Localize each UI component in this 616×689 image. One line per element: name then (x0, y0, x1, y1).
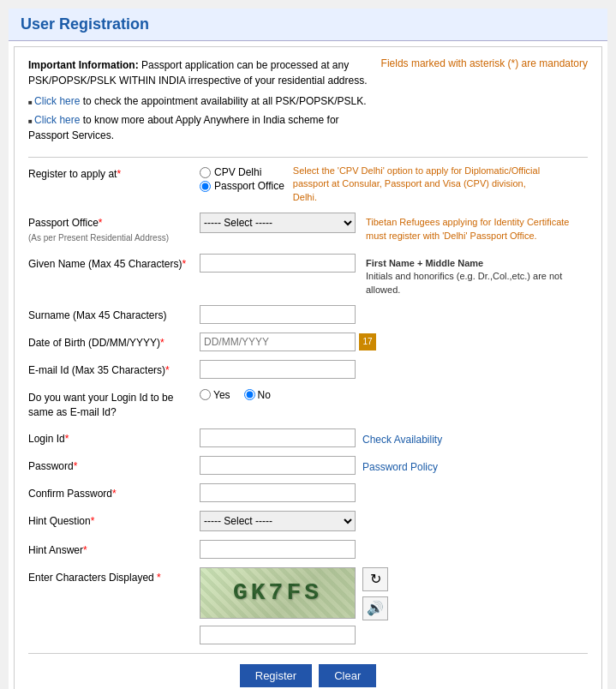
login-id-label: Login Id (28, 433, 65, 445)
captcha-controls: ↻ 🔊 (362, 567, 388, 620)
surname-row: Surname (Max 45 Characters) (28, 305, 588, 324)
surname-input[interactable] (200, 305, 356, 324)
hint-question-label: Hint Question (28, 515, 91, 527)
captcha-image: GK7FS (200, 567, 356, 619)
hint-answer-input[interactable] (200, 540, 356, 559)
password-policy-link[interactable]: Password Policy (362, 458, 438, 473)
passport-office-hint: Tibetan Refugees applying for Identity C… (359, 213, 588, 243)
passport-office-row: Passport Office* (As per Present Residen… (28, 213, 588, 245)
login-id-row: Login Id* Check Availability (28, 428, 588, 447)
email-row: E-mail Id (Max 35 Characters)* (28, 360, 588, 379)
dob-input[interactable] (200, 333, 356, 351)
surname-label: Surname (Max 45 Characters) (28, 309, 166, 321)
same-email-row: Do you want your Login Id to be same as … (28, 387, 588, 420)
email-label: E-mail Id (Max 35 Characters) (28, 364, 165, 376)
register-apply-hint: Select the 'CPV Delhi' option to apply f… (293, 165, 541, 204)
captcha-section: GK7FS ↻ 🔊 (200, 567, 388, 620)
info-section: Important Information: Passport applicat… (28, 57, 588, 148)
passport-office-sublabel: (As per Present Residential Address) (28, 233, 169, 243)
password-input[interactable] (200, 456, 356, 475)
login-id-group: Check Availability (200, 428, 442, 447)
button-row: Register Clear (28, 653, 588, 689)
register-apply-row: Register to apply at* CPV Delhi Passport… (28, 165, 588, 204)
hint-question-select[interactable]: ----- Select ----- (200, 511, 356, 531)
email-input[interactable] (200, 360, 356, 379)
mandatory-note: Fields marked with asterisk (*) are mand… (381, 57, 588, 148)
password-group: Password Policy (200, 456, 438, 475)
passport-office-radio[interactable] (200, 181, 211, 192)
passport-office-option[interactable]: Passport Office (200, 180, 284, 192)
given-name-row: Given Name (Max 45 Characters)* First Na… (28, 254, 588, 297)
page-title: User Registration (9, 9, 607, 41)
link1-item: Click here to check the appointment avai… (28, 93, 373, 109)
clear-button[interactable]: Clear (319, 664, 376, 687)
link1[interactable]: Click here (34, 95, 80, 107)
calendar-icon[interactable]: 17 (359, 333, 376, 350)
confirm-password-input[interactable] (200, 483, 356, 502)
password-label: Password (28, 460, 74, 472)
confirm-password-row: Confirm Password* (28, 483, 588, 502)
passport-office-label: Passport Office (28, 217, 99, 229)
hint-answer-label: Hint Answer (28, 544, 83, 556)
captcha-label: Enter Characters Displayed (28, 572, 154, 584)
check-availability-link[interactable]: Check Availability (362, 430, 442, 446)
passport-office-select[interactable]: ----- Select ----- (200, 213, 356, 233)
important-label: Important Information: (28, 59, 139, 71)
confirm-password-label: Confirm Password (28, 488, 112, 500)
dob-row: Date of Birth (DD/MM/YYYY)* 17 (28, 333, 588, 351)
yes-option[interactable]: Yes (200, 389, 230, 401)
captcha-input[interactable] (200, 626, 356, 644)
no-option[interactable]: No (244, 389, 271, 401)
captcha-audio-button[interactable]: 🔊 (362, 596, 388, 620)
login-id-input[interactable] (200, 428, 356, 447)
link2-item: Click here to know more about Apply Anyw… (28, 112, 373, 143)
no-radio[interactable] (244, 389, 255, 400)
captcha-row: Enter Characters Displayed * GK7FS ↻ 🔊 (28, 567, 588, 644)
password-row: Password* Password Policy (28, 456, 588, 475)
same-email-options: Yes No (200, 387, 271, 401)
register-apply-label: Register to apply at (28, 168, 117, 180)
cpv-delhi-radio[interactable] (200, 167, 211, 178)
given-name-hint: First Name + Middle Name Initials and ho… (359, 254, 588, 297)
dob-label: Date of Birth (DD/MM/YYYY) (28, 337, 160, 349)
yes-radio[interactable] (200, 389, 211, 400)
captcha-refresh-button[interactable]: ↻ (362, 567, 388, 591)
given-name-input[interactable] (200, 254, 356, 273)
given-name-label: Given Name (Max 45 Characters) (28, 258, 182, 270)
same-email-label: Do you want your Login Id to be same as … (28, 392, 173, 418)
link2[interactable]: Click here (34, 114, 80, 126)
hint-question-row: Hint Question* ----- Select ----- (28, 511, 588, 531)
hint-answer-row: Hint Answer* (28, 540, 588, 559)
cpv-delhi-option[interactable]: CPV Delhi (200, 166, 284, 178)
register-button[interactable]: Register (240, 664, 312, 687)
date-row: 17 (200, 333, 376, 351)
